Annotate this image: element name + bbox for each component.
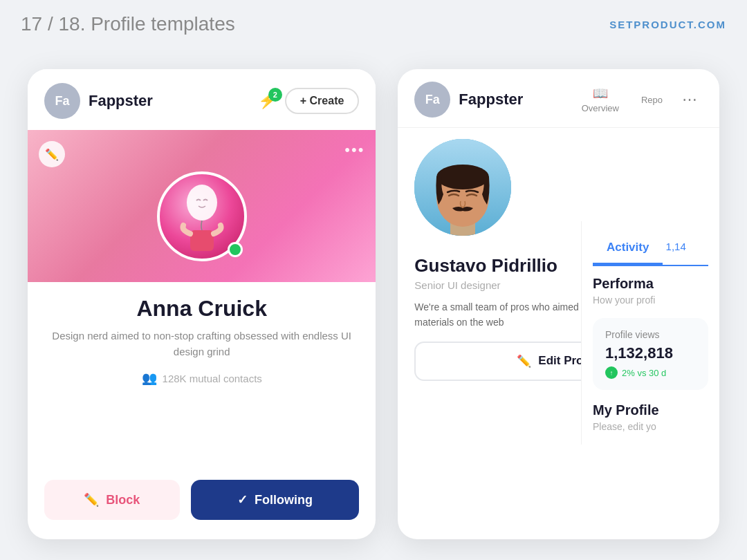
my-profile-title: My Profile: [593, 402, 708, 418]
following-button[interactable]: ✓ Following: [191, 480, 360, 520]
create-button[interactable]: + Create: [285, 88, 360, 114]
action-buttons: ✏️ Block ✓ Following: [28, 480, 376, 539]
performance-sub: How your profi: [593, 295, 708, 306]
user-photo-illustration: [414, 139, 511, 236]
card2-app-name: Fappster: [459, 91, 564, 109]
tab-repo[interactable]: Repo: [633, 92, 671, 108]
more-options-button[interactable]: •••: [344, 141, 365, 159]
up-arrow-icon: ↑: [605, 366, 618, 379]
avatar: Fa: [44, 83, 80, 119]
stats-change: ↑ 2% vs 30 d: [605, 366, 696, 379]
activity-tab[interactable]: Activity: [593, 231, 663, 265]
profile-card: Fa Fappster ⚡ 2 + Create ✏️ •••: [28, 69, 376, 539]
edit-icon-button[interactable]: ✏️: [39, 141, 65, 167]
performance-title: Performa: [593, 276, 708, 292]
card2-avatar: Fa: [414, 82, 450, 118]
block-label: Block: [106, 493, 140, 507]
main-content: Fa Fappster ⚡ 2 + Create ✏️ •••: [0, 48, 747, 560]
stats-value: 1,132,818: [605, 344, 696, 362]
activity-count: 1,14: [663, 231, 685, 265]
contacts-count: 128K mutual contacts: [163, 373, 262, 384]
stats-label: Profile views: [605, 329, 696, 340]
activity-tabs: Activity 1,14: [593, 231, 708, 266]
brand-label: SETPRODUCT.COM: [609, 19, 726, 30]
block-button[interactable]: ✏️ Block: [44, 480, 180, 520]
svg-point-0: [187, 185, 217, 221]
pencil-icon: ✏️: [45, 148, 59, 161]
user-photo: [414, 139, 511, 236]
card2-header: Fa Fappster 📖 Overview Repo ⋯: [398, 69, 719, 128]
tab-repo-label: Repo: [641, 95, 663, 105]
tab-overview[interactable]: 📖 Overview: [573, 83, 627, 116]
book-icon: 📖: [593, 86, 608, 101]
user-name: Anna Cruick: [48, 296, 355, 321]
stats-change-label: 2% vs 30 d: [622, 368, 666, 378]
svg-rect-1: [190, 230, 214, 251]
badge-count: 2: [268, 88, 282, 102]
activity-panel: Activity 1,14 Performa How your profi Pr…: [581, 221, 719, 445]
edit-pencil-icon: ✏️: [517, 354, 531, 368]
mutual-contacts: 👥 128K mutual contacts: [48, 371, 355, 386]
my-profile-sub: Please, edit yo: [593, 421, 708, 432]
tab-overview-label: Overview: [582, 103, 619, 113]
tab-more-button[interactable]: ⋯: [676, 88, 703, 111]
following-label: Following: [255, 493, 313, 507]
card1-header: Fa Fappster ⚡ 2 + Create: [28, 69, 376, 130]
check-icon: ✓: [237, 492, 248, 507]
top-bar: 17 / 18. Profile templates SETPRODUCT.CO…: [0, 0, 747, 48]
svg-point-6: [436, 165, 489, 189]
avatar-illustration: [171, 178, 233, 254]
online-indicator: [228, 242, 243, 257]
profile-info: Anna Cruick Design nerd aimed to non-sto…: [28, 282, 376, 480]
hero-section: ✏️ •••: [28, 130, 376, 282]
app-name: Fappster: [89, 92, 250, 110]
slide-label: 17 / 18. Profile templates: [21, 13, 235, 35]
user-bio: Design nerd aimed to non-stop crafting o…: [48, 328, 355, 360]
stats-card: Profile views 1,132,818 ↑ 2% vs 30 d: [593, 318, 708, 390]
avatar-wrapper: [157, 171, 247, 261]
tabs-row: 📖 Overview Repo ⋯: [573, 83, 703, 116]
notification-badge[interactable]: ⚡ 2: [258, 92, 277, 110]
analytics-card: Fa Fappster 📖 Overview Repo ⋯: [398, 69, 719, 539]
dots-icon: •••: [344, 141, 365, 158]
block-icon: ✏️: [84, 492, 99, 507]
contacts-icon: 👥: [142, 371, 157, 386]
